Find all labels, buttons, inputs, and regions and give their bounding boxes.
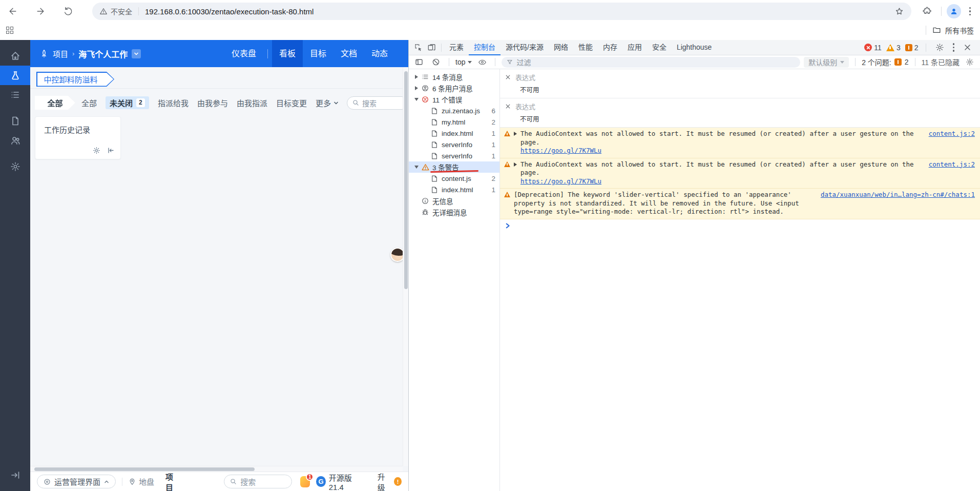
context-selector[interactable]: top (455, 58, 472, 66)
sidebar-user-messages[interactable]: 6 条用户消息 (409, 83, 499, 94)
sidebar-item-home[interactable] (0, 46, 30, 66)
sidebar-file-row[interactable]: my.html2 (409, 116, 499, 128)
g-logo-icon[interactable]: G (316, 476, 325, 487)
breadcrumb-current[interactable]: 海飞个人工作 (78, 48, 128, 60)
sidebar-item-users[interactable] (0, 131, 30, 150)
apps-grid-icon[interactable] (6, 27, 13, 34)
forward-button[interactable] (32, 3, 49, 20)
nav-activity[interactable]: 动态 (364, 40, 395, 67)
device-toolbar-icon[interactable] (425, 41, 439, 54)
tab-memory[interactable]: 内存 (598, 40, 622, 55)
footer-search-input[interactable]: 搜索 (224, 475, 292, 488)
tab-performance[interactable]: 性能 (573, 40, 598, 55)
collapse-left-icon[interactable] (107, 147, 115, 154)
nav-goals[interactable]: 目标 (303, 40, 333, 67)
clear-console-icon[interactable] (429, 55, 443, 69)
all-bookmarks-label[interactable]: 所有书签 (945, 25, 974, 35)
footer-home[interactable]: 地盘 (129, 476, 154, 487)
sidebar-all-messages[interactable]: 14 条消息 (409, 71, 499, 83)
browser-menu-icon[interactable] (964, 4, 976, 19)
sidebar-collapse[interactable] (0, 465, 30, 485)
sidebar-item-docs[interactable] (0, 111, 30, 131)
execution-switcher[interactable]: 中控卸料防溢料 (36, 72, 114, 87)
source-link[interactable]: content.js:2 (922, 160, 975, 186)
console-prompt[interactable] (500, 219, 980, 232)
footer-project[interactable]: 项目 (165, 471, 179, 491)
sidebar-no-info[interactable]: 无信息 (409, 195, 499, 207)
devtools-close-icon[interactable] (961, 41, 974, 54)
version-label[interactable]: 开源版21.4 (329, 472, 362, 491)
tab-more[interactable]: 更多 (316, 97, 339, 108)
sidebar-file-row[interactable]: serverInfo1 (409, 150, 499, 161)
inspect-element-icon[interactable] (412, 41, 425, 54)
sidebar-warnings[interactable]: 3 条警告 (409, 161, 499, 173)
log-level-select[interactable]: 默认级别 (804, 57, 849, 68)
sidebar-no-verbose[interactable]: 无详细消息 (409, 207, 499, 218)
expression-placeholder[interactable]: 表达式 (515, 72, 535, 82)
sidebar-item-tasks[interactable] (0, 85, 30, 105)
sidebar-file-row[interactable]: index.html1 (409, 184, 499, 195)
hidden-messages-label[interactable]: 11 条已隐藏 (922, 57, 960, 67)
issues-summary[interactable]: 2 个问题:2 (862, 57, 908, 67)
page-horizontal-scrollbar[interactable] (30, 466, 403, 472)
console-sidebar-toggle-icon[interactable] (412, 55, 426, 69)
address-bar[interactable]: 不安全 192.168.0.6:10030/zentao/execution-t… (92, 3, 911, 20)
expand-caret-icon[interactable] (514, 162, 517, 167)
warning-count[interactable]: 3 (886, 44, 901, 52)
kanban-search-input[interactable]: 搜索 (347, 96, 408, 110)
warning-link[interactable]: https://goo.gl/7K7WLu (520, 177, 601, 185)
reload-button[interactable] (59, 3, 77, 20)
project-switcher[interactable] (132, 49, 141, 58)
source-link[interactable]: content.js:2 (922, 130, 975, 155)
tab-network[interactable]: 网络 (549, 40, 573, 55)
tab-sources[interactable]: 源代码/来源 (501, 40, 549, 55)
nav-dashboard[interactable]: 仪表盘 (224, 40, 263, 67)
tab-unclosed[interactable]: 未关闭2 (106, 96, 149, 109)
scrollbar-thumb[interactable] (34, 467, 255, 471)
tab-elements[interactable]: 元素 (444, 40, 469, 55)
expression-placeholder[interactable]: 表达式 (515, 101, 535, 111)
error-count[interactable]: 11 (864, 44, 882, 52)
upgrade-link[interactable]: 升级 (378, 471, 391, 491)
tab-console[interactable]: 控制台 (469, 40, 501, 55)
page-vertical-scrollbar[interactable] (403, 67, 408, 466)
tab-all-arrow[interactable]: 全部 (35, 96, 75, 110)
tab-lighthouse[interactable]: Lighthouse (672, 40, 717, 55)
security-chip[interactable]: 不安全 (99, 6, 132, 16)
sidebar-file-row[interactable]: zui.zentao.js6 (409, 105, 499, 116)
issues-count[interactable]: 2 (905, 44, 919, 52)
tab-all[interactable]: 全部 (81, 97, 97, 108)
console-filter-input[interactable]: 过滤 (502, 57, 800, 68)
close-icon[interactable] (505, 104, 511, 109)
console-settings-icon[interactable] (963, 55, 976, 69)
bookmark-star-icon[interactable] (894, 7, 904, 16)
close-icon[interactable] (505, 74, 511, 80)
extensions-icon[interactable] (919, 3, 936, 20)
tab-security[interactable]: 安全 (647, 40, 672, 55)
sidebar-errors[interactable]: 11 个错误 (409, 94, 499, 105)
sidebar-file-row[interactable]: serverInfo1 (409, 139, 499, 150)
sidebar-file-row[interactable]: content.js2 (409, 173, 499, 184)
profile-avatar[interactable] (947, 4, 961, 18)
tab-goal-changes[interactable]: 目标变更 (276, 97, 307, 108)
sidebar-file-row[interactable]: index.html1 (409, 128, 499, 139)
source-link[interactable]: data/xuanxuan/web/in…lang=zh-cn#/chats:1 (814, 191, 975, 216)
url-text[interactable]: 192.168.0.6:10030/zentao/execution-task-… (145, 7, 314, 16)
warning-link[interactable]: https://goo.gl/7K7WLu (520, 147, 601, 154)
messenger-icon[interactable]: 1 (300, 476, 310, 487)
scrollbar-thumb[interactable] (404, 71, 408, 289)
sidebar-item-execution[interactable] (0, 66, 30, 85)
devtools-settings-icon[interactable] (933, 41, 947, 54)
tab-application[interactable]: 应用 (622, 40, 647, 55)
nav-docs[interactable]: 文档 (333, 40, 364, 67)
sidebar-item-settings[interactable] (0, 157, 30, 176)
expand-caret-icon[interactable] (514, 132, 517, 136)
nav-kanban[interactable]: 看板 (272, 40, 303, 67)
tab-involved-by-me[interactable]: 由我参与 (197, 97, 228, 108)
devtools-menu-icon[interactable] (951, 41, 956, 54)
tab-assigned-by-me[interactable]: 由我指派 (237, 97, 267, 108)
workspace-switcher[interactable]: 运营管理界面 (37, 475, 116, 488)
live-expression-eye-icon[interactable] (475, 55, 489, 69)
breadcrumb-root[interactable]: 项目 (53, 48, 68, 59)
tab-assigned-to-me[interactable]: 指派给我 (158, 97, 189, 108)
